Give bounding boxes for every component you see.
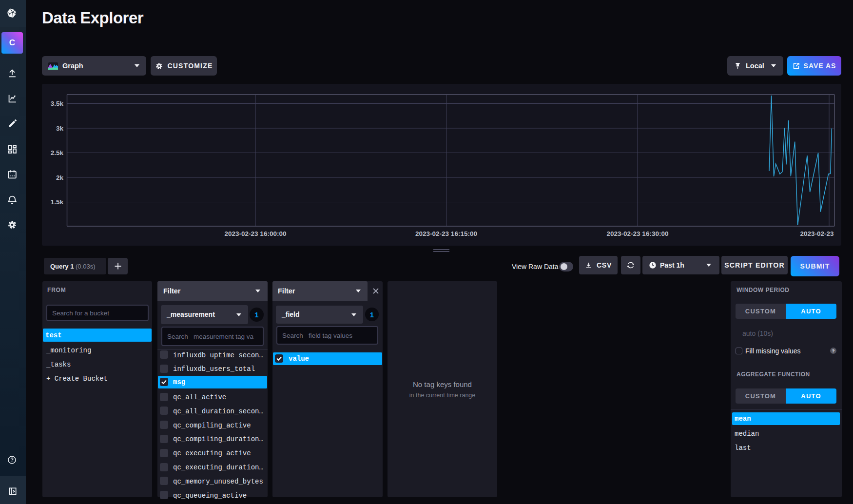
svg-text:3k: 3k [56,125,64,132]
svg-text:2023-02-23 16:30:00: 2023-02-23 16:30:00 [607,230,669,237]
svg-text:3.5k: 3.5k [51,100,64,107]
svg-text:2023-02-23 16:00:00: 2023-02-23 16:00:00 [225,230,287,237]
svg-text:2.5k: 2.5k [51,149,64,156]
svg-text:2k: 2k [56,174,64,181]
svg-text:2023-02-23 16:15:00: 2023-02-23 16:15:00 [415,230,477,237]
svg-text:1.5k: 1.5k [51,198,64,206]
svg-text:2023-02-23: 2023-02-23 [800,230,834,237]
